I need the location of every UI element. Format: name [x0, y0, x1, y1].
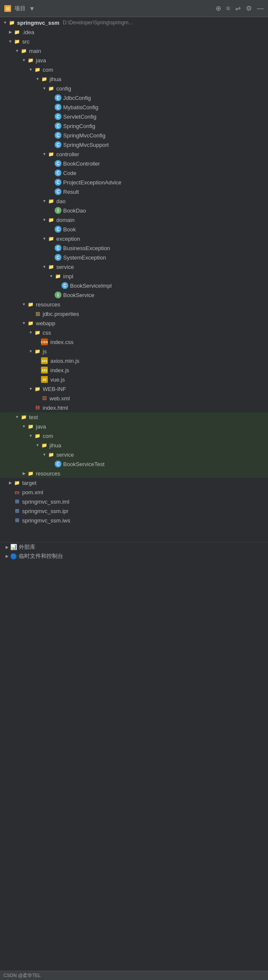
- temp-files-chevron: ▶: [3, 553, 10, 560]
- tree-root[interactable]: ▼ 📁 springmvc_ssm D:\Developer\Spring\sp…: [0, 18, 268, 27]
- impl-chevron: ▼: [48, 273, 55, 280]
- tree-item-dao[interactable]: ▼ 📁 dao: [0, 196, 268, 206]
- root-chevron: ▼: [2, 19, 9, 26]
- jdbcconfig-label: JdbcConfig: [63, 95, 91, 101]
- js-folder-label: js: [43, 348, 47, 355]
- tree-item-resources-main[interactable]: ▼ 📁 resources: [0, 300, 268, 309]
- bookservicetest-icon: C: [55, 461, 61, 467]
- bookcontroller-icon: C: [55, 160, 61, 167]
- tree-item-code[interactable]: C Code: [0, 168, 268, 178]
- structure-icon[interactable]: ≡: [226, 5, 230, 12]
- tree-item-webapp[interactable]: ▼ 📁 webapp: [0, 318, 268, 328]
- index-css-icon: CSS: [41, 338, 48, 345]
- tree-item-jdbcconfig[interactable]: C JdbcConfig: [0, 93, 268, 102]
- tree-item-idea[interactable]: ▶ 📁 .idea: [0, 27, 268, 37]
- tree-item-com[interactable]: ▼ 📁 com: [0, 65, 268, 74]
- tree-item-java-test[interactable]: ▼ 📁 java: [0, 422, 268, 431]
- tree-item-jihua-test[interactable]: ▼ 📁 jihua: [0, 440, 268, 450]
- external-libs-label: 外部库: [19, 543, 35, 551]
- tree-item-bookcontroller[interactable]: C BookController: [0, 159, 268, 168]
- webapp-label: webapp: [36, 320, 55, 327]
- tree-item-axios[interactable]: 101 axios.min.js: [0, 356, 268, 365]
- tree-item-main[interactable]: ▼ 📁 main: [0, 46, 268, 55]
- tree-item-temp-files[interactable]: ▶ 🔵 临时文件和控制台: [0, 551, 268, 561]
- tree-item-ipr[interactable]: ⊞ springmvc_ssm.ipr: [0, 506, 268, 516]
- webinf-chevron: ▼: [27, 385, 34, 392]
- com-label: com: [43, 67, 53, 73]
- title-bar: ▤ 项目 ▼ ⊕ ≡ ⇌ ⚙ —: [0, 0, 268, 17]
- tree-item-impl[interactable]: ▼ 📁 impl: [0, 271, 268, 281]
- vue-js-label: vue.js: [50, 376, 65, 383]
- vue-js-icon: JS: [41, 376, 48, 383]
- tree-item-bookservicetest[interactable]: C BookServiceTest: [0, 459, 268, 469]
- tree-item-controller[interactable]: ▼ 📁 controller: [0, 149, 268, 159]
- web-xml-label: web.xml: [50, 395, 70, 402]
- tree-item-iws[interactable]: ⊞ springmvc_ssm.iws: [0, 516, 268, 525]
- external-libs-chevron: ▶: [3, 544, 10, 551]
- tree-item-index-js[interactable]: 101 index.js: [0, 365, 268, 375]
- tree-item-src[interactable]: ▼ 📁 src: [0, 37, 268, 46]
- tree-item-js-folder[interactable]: ▼ 📁 js: [0, 347, 268, 356]
- tree-item-book[interactable]: C Book: [0, 225, 268, 234]
- test-chevron: ▼: [14, 414, 20, 420]
- tree-item-result[interactable]: C Result: [0, 187, 268, 196]
- tree-item-test[interactable]: ▼ 📁 test: [0, 412, 268, 422]
- tree-item-target[interactable]: ▶ 📁 target: [0, 478, 268, 487]
- servletconfig-label: ServletConfig: [63, 114, 96, 120]
- layout-icon[interactable]: ⇌: [235, 4, 241, 12]
- pom-xml-icon: m: [14, 489, 20, 496]
- tree-item-web-xml[interactable]: ⊡ web.xml: [0, 394, 268, 403]
- tree-item-css-folder[interactable]: ▼ 📁 css: [0, 328, 268, 337]
- tree-item-bookservice[interactable]: I BookService: [0, 290, 268, 300]
- tree-item-webinf[interactable]: ▼ 📁 WEB-INF: [0, 384, 268, 394]
- tree-item-config[interactable]: ▼ 📁 config: [0, 84, 268, 93]
- tree-item-service-test[interactable]: ▼ 📁 service: [0, 450, 268, 459]
- bookcontroller-label: BookController: [63, 160, 100, 167]
- settings-icon[interactable]: ⚙: [246, 4, 252, 12]
- tree-item-mybatisconfig[interactable]: C MybatisConfig: [0, 102, 268, 112]
- tree-item-com-test[interactable]: ▼ 📁 com: [0, 431, 268, 440]
- tree-item-jdbc-properties[interactable]: ⊞ jdbc.properties: [0, 309, 268, 318]
- tree-item-springmvcsupport[interactable]: C SpringMvcSupport: [0, 140, 268, 149]
- tree-item-exception[interactable]: ▼ 📁 exception: [0, 234, 268, 243]
- tree-item-springmvcconfig[interactable]: C SpringMvcConfig: [0, 131, 268, 140]
- tree-item-springconfig[interactable]: C SpringConfig: [0, 121, 268, 131]
- src-label: src: [22, 38, 29, 45]
- tree-item-bookdao[interactable]: I BookDao: [0, 206, 268, 215]
- tree-item-domain[interactable]: ▼ 📁 domain: [0, 215, 268, 225]
- tree-item-external-libs[interactable]: ▶ 📊 外部库: [0, 542, 268, 551]
- projectexceptionadvice-label: ProjectExceptionAdvice: [63, 179, 122, 186]
- tree-item-resources-test[interactable]: ▶ 📁 resources: [0, 469, 268, 478]
- minimize-icon[interactable]: —: [257, 5, 264, 12]
- add-icon[interactable]: ⊕: [216, 4, 221, 12]
- domain-chevron: ▼: [41, 216, 48, 223]
- src-folder-icon: 📁: [14, 38, 20, 45]
- mybatisconfig-icon: C: [55, 104, 61, 111]
- tree-item-projectexceptionadvice[interactable]: C ProjectExceptionAdvice: [0, 178, 268, 187]
- tree-item-businessexception[interactable]: C BusinessException: [0, 243, 268, 253]
- index-html-icon: ⊟: [34, 404, 41, 411]
- iws-icon: ⊞: [14, 517, 20, 524]
- tree-item-index-html[interactable]: ⊟ index.html: [0, 403, 268, 412]
- tree-item-vue-js[interactable]: JS vue.js: [0, 375, 268, 384]
- com-test-label: com: [43, 433, 53, 439]
- config-folder-icon: 📁: [48, 85, 55, 92]
- bookdao-icon: I: [55, 207, 61, 214]
- iml-label: springmvc_ssm.iml: [22, 499, 70, 505]
- status-text: CSDN @柔华TEL: [3, 972, 41, 979]
- resources-main-chevron: ▼: [20, 301, 27, 308]
- tree-item-jihua[interactable]: ▼ 📁 jihua: [0, 74, 268, 84]
- tree-item-java[interactable]: ▼ 📁 java: [0, 55, 268, 65]
- tree-item-systemexception[interactable]: C SystemException: [0, 253, 268, 262]
- tree-item-service[interactable]: ▼ 📁 service: [0, 262, 268, 271]
- tree-item-index-css[interactable]: CSS index.css: [0, 337, 268, 347]
- tree-item-pom-xml[interactable]: m pom.xml: [0, 487, 268, 497]
- book-icon: C: [55, 226, 61, 233]
- dropdown-icon[interactable]: ▼: [29, 5, 35, 12]
- jihua-label: jihua: [50, 76, 61, 82]
- tree-item-iml[interactable]: ⊞ springmvc_ssm.iml: [0, 497, 268, 506]
- jdbcconfig-icon: C: [55, 94, 61, 101]
- tree-item-bookserviceimpl[interactable]: C BookServiceImpl: [0, 281, 268, 290]
- jihua-test-chevron: ▼: [34, 442, 41, 449]
- tree-item-servletconfig[interactable]: C ServletConfig: [0, 112, 268, 121]
